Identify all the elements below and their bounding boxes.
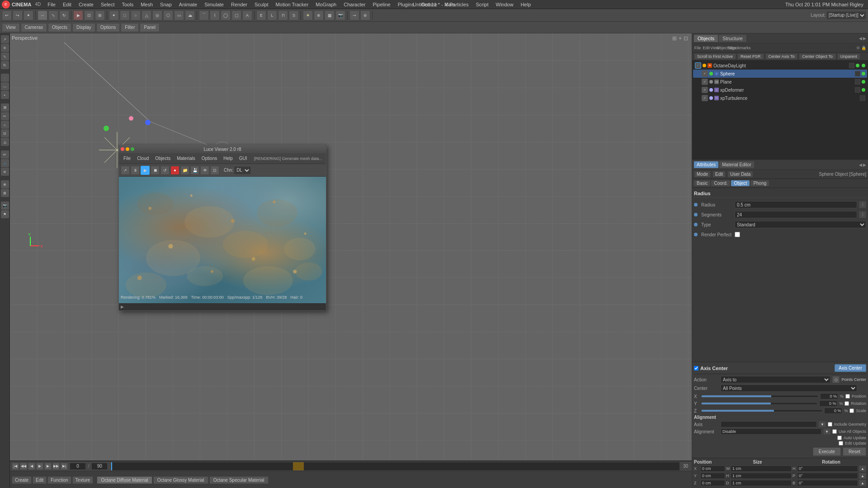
mode-mode-btn[interactable]: Mode (694, 171, 711, 178)
obj-check1-octane[interactable] (849, 63, 854, 68)
layout-dropdown[interactable]: [Startup (Live)] (826, 11, 866, 19)
function-mat-btn[interactable]: Function (47, 476, 71, 484)
y-slider[interactable] (701, 402, 817, 405)
mat-tab-diffuse[interactable]: Octane Diffuse Material (97, 476, 152, 484)
z-input[interactable] (824, 408, 842, 414)
window-menu-item[interactable]: 4D (35, 2, 41, 7)
smooth-tool[interactable]: ≋ (1, 168, 9, 176)
obj-vis-octane[interactable]: ✓ (695, 62, 701, 69)
menu-file[interactable]: File (44, 1, 59, 8)
luce-image-area[interactable]: Rendering: 0.781% Marked: 16,309 Time: 0… (119, 177, 326, 303)
text-spline-btn[interactable]: A (242, 10, 252, 20)
new-obj-btn[interactable]: ✦ (109, 10, 119, 20)
extrude-inner-tool[interactable]: ⊡ (1, 129, 9, 137)
obj-item-xpdeformer[interactable]: ✓ ⌂ xpDeformer (693, 86, 867, 94)
camera-tool[interactable]: 📷 (1, 202, 9, 210)
tf-y-size[interactable] (731, 473, 792, 479)
tf-p-up[interactable]: ▲ (859, 473, 866, 479)
minimize-window-btn[interactable] (126, 147, 129, 151)
attr-tab-material[interactable]: Material Editor (719, 161, 754, 168)
end-frame-field[interactable] (91, 463, 108, 470)
segments-spinner[interactable]: ⋮ (859, 211, 866, 218)
tab-cameras[interactable]: Cameras (21, 23, 47, 32)
menu-tools[interactable]: Tools (119, 1, 137, 8)
menu-pipeline[interactable]: Pipeline (370, 1, 394, 8)
y-rot-check[interactable] (844, 401, 849, 406)
texture-mat-btn[interactable]: Texture (72, 476, 94, 484)
tf-b-up[interactable]: ▲ (859, 480, 866, 486)
menu-script[interactable]: Script (472, 1, 491, 8)
luce-menu-cloud[interactable]: Cloud (134, 155, 151, 161)
create-mat-btn[interactable]: Create (12, 476, 32, 484)
luce-menu-help[interactable]: Help (221, 155, 236, 161)
paint-tool[interactable]: ✏ (1, 150, 9, 159)
menu-render[interactable]: Render (228, 1, 250, 8)
menu-snap[interactable]: Snap (157, 1, 175, 8)
menu-sculpt[interactable]: Sculpt (251, 1, 272, 8)
camera-btn[interactable]: 📷 (335, 10, 345, 20)
menu-mesh[interactable]: Mesh (137, 1, 156, 8)
center-select[interactable]: All Points (721, 385, 857, 392)
panel-tab-objects[interactable]: Objects (694, 35, 718, 42)
z-scale-check[interactable] (849, 408, 854, 413)
x-slider[interactable] (701, 395, 818, 398)
obj-item-plane[interactable]: ✓ ▭ Plane (693, 78, 867, 86)
move-tool[interactable]: ✛ (1, 44, 9, 52)
luce-menu-objects[interactable]: Objects (152, 155, 173, 161)
sculpt-tool[interactable]: ⌂ (1, 159, 9, 167)
timeline-track[interactable] (111, 462, 679, 470)
luce-tool-reset[interactable]: ↺ (160, 166, 170, 175)
y-input[interactable] (819, 400, 837, 407)
objects-list[interactable]: ✓ ☀ OctaneDayLight ✓ ○ Sphere (692, 61, 868, 160)
luce-tool-record[interactable]: ● (170, 166, 179, 175)
tf-b-rot[interactable] (797, 480, 858, 486)
tf-x-size[interactable] (731, 465, 792, 472)
sweep-btn[interactable]: S (289, 10, 299, 20)
obj-check1-xpt[interactable] (860, 95, 865, 101)
attr-collapse-btn[interactable]: ◀ (859, 163, 862, 167)
axis-tool[interactable]: ⊕ (1, 180, 9, 188)
attr-tab-attributes[interactable]: Attributes (694, 161, 718, 168)
coord-tab-basic[interactable]: Basic (694, 180, 710, 186)
bone-btn[interactable]: ⊸ (349, 10, 359, 20)
mat-tab-specular[interactable]: Octane Specular Material (209, 476, 269, 484)
unparent-btn[interactable]: Unparent (837, 53, 860, 60)
viewport-nav2-icon[interactable]: ⊡ (684, 35, 688, 42)
align-arrow-btn[interactable]: ▼ (823, 428, 830, 435)
obj-bookmarks-btn[interactable]: Bookmarks (737, 44, 744, 52)
obj-item-xpturbulence[interactable]: ✓ 〜 xpTurbulence (693, 94, 867, 102)
tab-panel[interactable]: Panel (140, 23, 160, 32)
null-btn[interactable]: ⊚ (360, 10, 370, 20)
obj-vis-sphere[interactable]: ✓ (702, 70, 708, 77)
render-to-po-btn[interactable]: ⊞ (95, 10, 105, 20)
play-begin-btn[interactable]: |◀ (12, 463, 19, 470)
live-select-btn[interactable]: ✦ (24, 10, 33, 20)
coord-tab-coord[interactable]: Coord. (711, 180, 730, 186)
maximize-window-btn[interactable] (131, 147, 134, 151)
lathe-btn[interactable]: L (267, 10, 277, 20)
viewport-expand-icon[interactable]: ⊞ (672, 35, 677, 42)
cube-btn[interactable]: □ (120, 10, 130, 20)
mode-userdata-btn[interactable]: User Data (727, 171, 753, 178)
play-btn[interactable]: ▶ (36, 463, 43, 470)
tf-z-pos[interactable] (700, 480, 725, 486)
torus-btn[interactable]: ◎ (152, 10, 162, 20)
obj-vis-xpd[interactable]: ✓ (702, 87, 708, 93)
close-window-btn[interactable] (121, 147, 124, 151)
luce-tool-folder[interactable]: 📁 (180, 166, 189, 175)
time-field[interactable] (70, 463, 86, 470)
viewport-area[interactable]: 人人素材 人人素材 (10, 33, 692, 461)
tf-h-up[interactable]: ▲ (859, 465, 866, 472)
step-back-btn[interactable]: ◀ (28, 463, 35, 470)
area-light-btn[interactable]: ▦ (325, 10, 335, 20)
obj-check1-xpd[interactable] (855, 87, 860, 93)
tab-options[interactable]: Options (96, 23, 120, 32)
center-axis-btn[interactable]: Center Axis To (765, 53, 798, 60)
attr-select-type[interactable]: Standard (735, 221, 866, 228)
panel-tab-structure[interactable]: Structure (719, 35, 746, 42)
bezier-btn[interactable]: ⌇ (210, 10, 220, 20)
knife-tool[interactable]: ✂ (1, 112, 9, 120)
mode-edit-btn[interactable]: Edit (712, 171, 726, 178)
luce-menu-materials[interactable]: Materials (174, 155, 198, 161)
luce-titlebar[interactable]: Luce Viewer 2.0 r8 (119, 145, 326, 153)
